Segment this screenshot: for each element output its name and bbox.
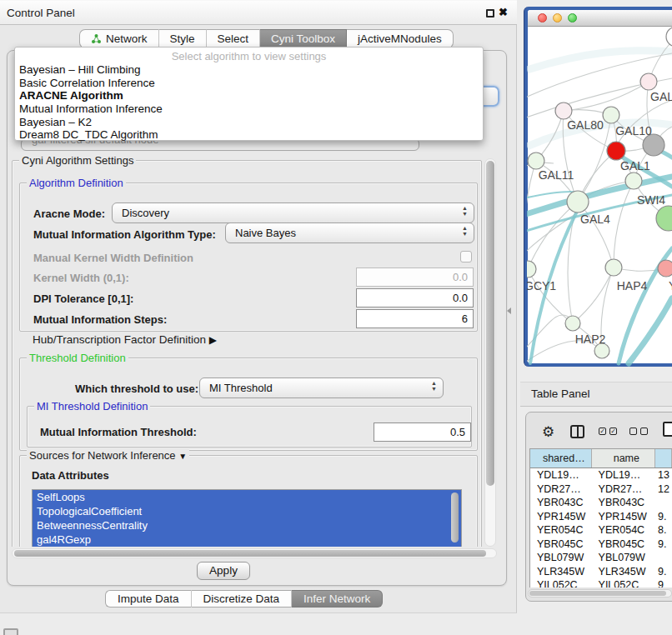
network-edge[interactable] [573, 268, 614, 323]
page-icon[interactable] [663, 422, 672, 437]
settings-vertical-scrollbar-thumb[interactable] [486, 161, 494, 486]
stepper-icon: ▲▼ [462, 226, 468, 237]
table-cell: YLR345W [530, 565, 592, 579]
algorithm-option-bayesian-hill-climbing[interactable]: Bayesian – Hill Climbing [15, 63, 483, 77]
settings-horizontal-scrollbar-thumb[interactable] [14, 550, 486, 557]
network-node-gal10[interactable] [603, 107, 619, 123]
hidden-columns-icon[interactable] [629, 428, 649, 436]
settings-vertical-scrollbar[interactable] [484, 158, 496, 547]
node-label-gal10: GAL10 [615, 124, 652, 138]
table-row[interactable]: YDL19…YDL19…13 [530, 468, 672, 482]
tab-impute-data[interactable]: Impute Data [105, 590, 192, 608]
tab-style[interactable]: Style [159, 29, 207, 48]
node-label-gal11: GAL11 [539, 168, 574, 182]
network-node-gal[interactable] [640, 73, 657, 90]
network-node-y[interactable] [658, 260, 672, 277]
attribute-item-topologicalcoefficient[interactable]: TopologicalCoefficient [33, 504, 461, 518]
attribute-item-selfloops[interactable]: SelfLoops [33, 490, 461, 504]
mi-threshold-label: Mutual Information Threshold: [40, 426, 197, 438]
table-cell: 12 [655, 482, 672, 497]
node-label-gcy1: GCY1 [527, 279, 556, 292]
aracne-mode-combo[interactable]: Discovery ▲▼ [112, 202, 474, 223]
close-icon[interactable]: ✖ [499, 6, 508, 18]
table-row[interactable]: YBR045CYBR045C9. [530, 538, 672, 552]
tab-select[interactable]: Select [207, 29, 261, 48]
split-columns-icon[interactable] [570, 425, 584, 438]
algorithm-option-mutual-information-inference[interactable]: Mutual Information Inference [15, 102, 483, 116]
tab-network[interactable]: Network [79, 29, 159, 48]
column-header-shared[interactable]: shared… [530, 449, 592, 468]
algorithm-option-basic-correlation-inference[interactable]: Basic Correlation Inference [15, 77, 483, 90]
algorithm-option-dream8-dc-tdc-algorithm[interactable]: Dream8 DC_TDC Algorithm [15, 128, 483, 142]
network-node-gal1[interactable] [607, 142, 625, 160]
node-label-gal1: GAL1 [620, 159, 650, 172]
selected-columns-icon[interactable]: ✓✓ [599, 428, 619, 436]
tab-label: Style [170, 32, 195, 45]
table-row[interactable]: YIL052CYIL052C9 [530, 578, 672, 588]
table-row[interactable]: YER054CYER054C8. [530, 523, 672, 538]
table-row[interactable]: YDR27…YDR27…12 [530, 482, 672, 497]
tab-jactivemnodules[interactable]: jActiveMNodules [347, 29, 454, 48]
network-node-hap2[interactable] [565, 316, 580, 331]
column-header-cut[interactable] [655, 449, 672, 468]
inference-algorithm-combo-fragment[interactable] [482, 86, 499, 107]
mi-steps-field[interactable]: 6 [356, 309, 474, 328]
node-label-hap2: HAP2 [575, 332, 606, 346]
table-cell: YPR145W [592, 510, 656, 524]
close-traffic-light-icon[interactable] [538, 13, 547, 22]
network-node-swi4[interactable] [625, 172, 642, 189]
sources-title-text: Sources for Network Inference [29, 449, 176, 462]
mi-algorithm-type-combo[interactable]: Naive Bayes ▲▼ [225, 222, 474, 243]
tab-cyni-toolbox[interactable]: Cyni Toolbox [260, 29, 347, 48]
mi-threshold-field[interactable]: 0.5 [374, 422, 471, 442]
table-panel-title: Table Panel [531, 388, 590, 400]
minimize-traffic-light-icon[interactable] [553, 13, 562, 22]
table-cell: YBR043C [530, 496, 592, 510]
table-cell [655, 551, 672, 565]
network-node[interactable] [656, 206, 672, 231]
table-cell: YBR045C [530, 538, 592, 552]
algorithm-option-aracne-algorithm[interactable]: ARACNE Algorithm [15, 89, 483, 102]
which-threshold-label: Which threshold to use: [75, 382, 198, 395]
network-canvas[interactable]: GALGAL80GAL10GAL1GAL11SWI4GAL4GCY1HAP4YH… [527, 27, 672, 367]
attribute-item-gal4rgexp[interactable]: gal4RGexp [33, 532, 461, 547]
table-cell: 13 [655, 468, 672, 482]
attribute-item-betweennesscentrality[interactable]: BetweennessCentrality [33, 518, 461, 532]
table-horizontal-scrollbar-thumb[interactable] [529, 591, 666, 596]
column-header-name[interactable]: name [592, 449, 656, 468]
network-edge[interactable] [614, 181, 634, 268]
zoom-traffic-light-icon[interactable] [568, 13, 577, 22]
aracne-mode-label: Aracne Mode: [33, 208, 105, 220]
network-node-gcy1[interactable] [527, 261, 536, 278]
network-node-gal4[interactable] [567, 191, 589, 212]
algorithm-option-bayesian-k2[interactable]: Bayesian – K2 [15, 116, 483, 129]
collapsed-panel-icon[interactable] [3, 628, 18, 635]
settings-horizontal-scrollbar[interactable] [12, 548, 497, 558]
tab-infer-network[interactable]: Infer Network [292, 590, 383, 608]
network-node-gal11[interactable] [528, 152, 544, 169]
chevron-down-icon: ▼ [178, 452, 187, 461]
kernel-width-field[interactable]: 0.0 [356, 268, 474, 287]
table-row[interactable]: YBL079WYBL079W [530, 551, 672, 565]
gear-icon[interactable]: ⚙ [542, 423, 554, 441]
dpi-tolerance-field[interactable]: 0.0 [356, 288, 474, 308]
float-window-icon[interactable] [486, 9, 494, 18]
network-node-hap4[interactable] [605, 259, 622, 276]
table-cell: YBR043C [592, 496, 656, 510]
which-threshold-combo[interactable]: MI Threshold ▲▼ [199, 378, 444, 398]
network-node-gal80[interactable] [555, 102, 572, 119]
hub-definition-toggle[interactable]: Hub/Transcription Factor Definition ▶ [33, 333, 217, 346]
aracne-mode-value: Discovery [122, 207, 169, 219]
table-horizontal-scrollbar[interactable] [528, 589, 672, 598]
which-threshold-value: MI Threshold [209, 382, 273, 394]
tab-discretize-data[interactable]: Discretize Data [192, 590, 293, 608]
table-row[interactable]: YBR043CYBR043C [530, 496, 672, 510]
sources-title[interactable]: Sources for Network Inference ▼ [27, 449, 189, 462]
table-row[interactable]: YLR345WYLR345W9. [530, 565, 672, 579]
network-node[interactable] [666, 27, 672, 47]
apply-button[interactable]: Apply [197, 562, 250, 580]
table-row[interactable]: YPR145WYPR145W9. [530, 510, 672, 524]
splitter-collapse-handle[interactable] [507, 308, 511, 314]
manual-kernel-checkbox[interactable] [460, 251, 472, 262]
list-scrollbar-thumb[interactable] [451, 492, 459, 542]
